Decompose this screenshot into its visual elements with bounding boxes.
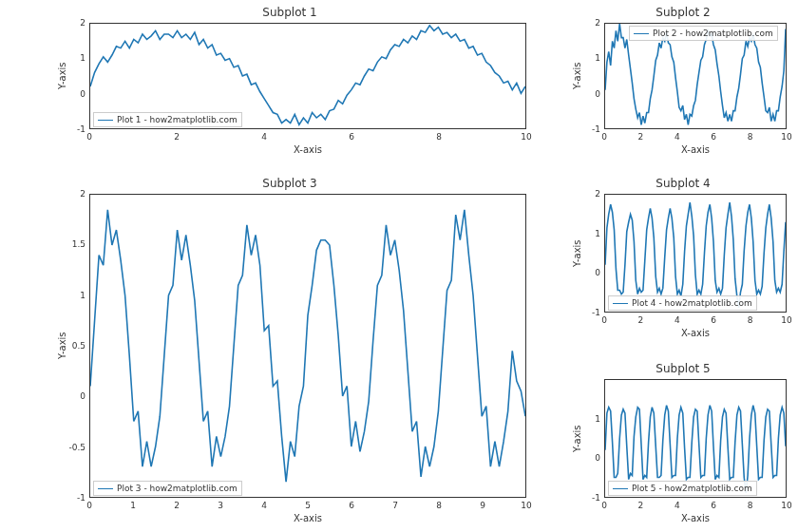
xtick: 4	[261, 501, 267, 510]
y-axis-label: Y-axis	[57, 23, 67, 129]
ytick: 1	[595, 53, 600, 63]
xtick: 0	[86, 132, 92, 142]
subplot-3: Subplot 3012345678910-1-0.500.511.52X-ax…	[48, 177, 532, 528]
ytick: 1	[595, 414, 600, 424]
y-axis-label: Y-axis	[572, 379, 582, 498]
xtick: 6	[711, 501, 716, 510]
xtick: 3	[218, 501, 223, 510]
legend-line-icon	[613, 303, 628, 304]
legend-line-icon	[634, 33, 649, 34]
plot-axes	[89, 194, 526, 498]
ytick: -1	[77, 493, 86, 503]
ytick: 0	[595, 89, 600, 99]
ytick: 2	[595, 189, 600, 199]
legend-label: Plot 4 - how2matplotlib.com	[632, 298, 752, 308]
legend-line-icon	[98, 120, 113, 121]
line-series	[605, 380, 786, 497]
ytick: 1	[595, 229, 600, 238]
y-axis-label: Y-axis	[572, 194, 582, 313]
subplot-title: Subplot 4	[574, 177, 792, 190]
xtick: 8	[748, 132, 753, 142]
xtick: 4	[674, 315, 680, 325]
ytick: 0	[595, 453, 600, 463]
line-series	[90, 195, 525, 497]
ytick: 1	[80, 291, 86, 300]
ytick: -1	[592, 124, 600, 134]
legend: Plot 1 - how2matplotlib.com	[93, 112, 242, 127]
subplot-2: Subplot 20246810-1012X-axisY-axisPlot 2 …	[574, 6, 792, 158]
ytick: 0	[595, 268, 600, 277]
ytick: -1	[592, 308, 600, 317]
legend: Plot 3 - how2matplotlib.com	[93, 481, 242, 496]
xtick: 7	[392, 501, 398, 510]
legend-label: Plot 5 - how2matplotlib.com	[632, 484, 752, 493]
xtick: 0	[601, 315, 607, 325]
y-axis-label: Y-axis	[572, 23, 582, 129]
xtick: 10	[781, 315, 791, 325]
subplot-title: Subplot 2	[574, 6, 792, 19]
xtick: 6	[711, 132, 716, 142]
subplot-5: Subplot 50246810-101X-axisY-axisPlot 5 -…	[574, 362, 792, 528]
xtick: 0	[86, 501, 92, 510]
xtick: 8	[436, 132, 442, 142]
xtick: 1	[130, 501, 136, 510]
ytick: 1	[80, 53, 86, 63]
xtick: 2	[174, 132, 180, 142]
y-axis-label: Y-axis	[57, 194, 67, 498]
ytick: 0.5	[72, 341, 86, 351]
ytick: 2	[80, 189, 86, 199]
xtick: 2	[174, 501, 180, 510]
xtick: 0	[601, 132, 607, 142]
xtick: 4	[674, 132, 680, 142]
line-series	[605, 195, 786, 312]
xtick: 10	[521, 132, 531, 142]
xtick: 6	[711, 315, 716, 325]
ytick: -0.5	[68, 443, 86, 452]
xtick: 10	[521, 501, 531, 510]
xtick: 4	[261, 132, 267, 142]
xtick: 0	[601, 501, 607, 510]
ytick: 0	[80, 89, 86, 99]
xtick: 5	[305, 501, 311, 510]
ytick: 0	[80, 391, 86, 401]
subplot-title: Subplot 3	[48, 177, 532, 190]
xtick: 4	[674, 501, 680, 510]
subplot-title: Subplot 5	[574, 362, 792, 375]
legend-label: Plot 2 - how2matplotlib.com	[653, 28, 773, 38]
subplot-4: Subplot 40246810-1012X-axisY-axisPlot 4 …	[574, 177, 792, 343]
xtick: 6	[349, 501, 354, 510]
xtick: 8	[748, 501, 753, 510]
xtick: 10	[781, 132, 791, 142]
x-axis-label: X-axis	[604, 328, 787, 338]
xtick: 9	[480, 501, 485, 510]
x-axis-label: X-axis	[604, 144, 787, 155]
xtick: 10	[781, 501, 791, 510]
subplot-title: Subplot 1	[48, 6, 532, 19]
x-axis-label: X-axis	[89, 513, 526, 523]
xtick: 8	[436, 501, 442, 510]
xtick: 8	[748, 315, 753, 325]
ytick: 2	[595, 18, 600, 28]
ytick: 1.5	[72, 239, 86, 249]
legend: Plot 5 - how2matplotlib.com	[608, 481, 757, 496]
xtick: 2	[638, 315, 644, 325]
xtick: 2	[638, 132, 644, 142]
subplot-1: Subplot 10246810-1012X-axisY-axisPlot 1 …	[48, 6, 532, 158]
legend: Plot 2 - how2matplotlib.com	[629, 26, 778, 41]
legend: Plot 4 - how2matplotlib.com	[608, 295, 757, 311]
legend-label: Plot 3 - how2matplotlib.com	[117, 484, 238, 493]
legend-label: Plot 1 - how2matplotlib.com	[117, 115, 238, 124]
legend-line-icon	[98, 488, 113, 489]
legend-line-icon	[613, 488, 628, 489]
x-axis-label: X-axis	[604, 513, 787, 523]
ytick: -1	[77, 124, 86, 134]
ytick: -1	[592, 493, 600, 503]
ytick: 2	[80, 18, 86, 28]
xtick: 6	[349, 132, 354, 142]
xtick: 2	[638, 501, 644, 510]
x-axis-label: X-axis	[89, 144, 526, 155]
